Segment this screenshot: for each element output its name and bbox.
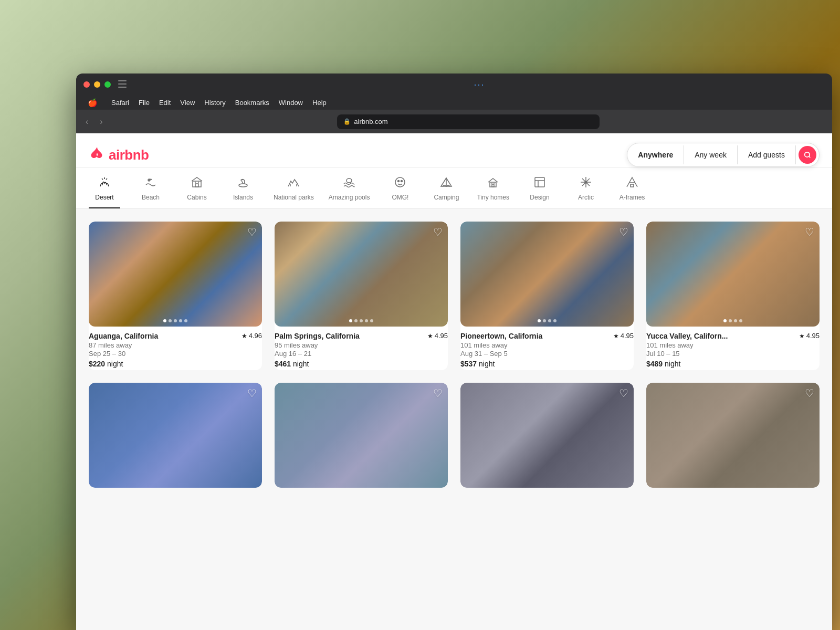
svg-rect-0 [118,80,127,81]
listing-rating: ★ 4.95 [799,332,820,340]
listing-distance: 87 miles away [89,341,262,349]
help-menu[interactable]: Help [308,98,331,108]
listing-card-b3[interactable]: ♡ [460,383,634,488]
favorite-button-yucca[interactable]: ♡ [805,227,814,237]
svg-point-3 [805,152,810,157]
svg-rect-32 [631,184,634,187]
listing-grid: ♡ Aguanga, California ★ 4.96 [76,209,832,500]
category-national-parks[interactable]: National parks [274,176,314,208]
listing-image-b3 [460,383,634,488]
favorite-button-b1[interactable]: ♡ [247,388,257,398]
file-menu[interactable]: File [134,98,154,108]
history-menu[interactable]: History [200,98,229,108]
address-bar: ‹ › 🔒 airbnb.com [76,110,832,133]
anywhere-button[interactable]: Anywhere [627,145,684,164]
forward-button[interactable]: › [97,115,106,129]
listing-card-yucca-valley[interactable]: ♡ Yucca Valley, Californ... ★ 4.95 [646,222,820,370]
category-nav: Desert Beach [76,167,832,209]
dot [163,319,166,322]
svg-line-6 [102,178,103,180]
add-guests-button[interactable]: Add guests [738,145,796,164]
arctic-label: Arctic [578,194,594,201]
category-camping[interactable]: Camping [430,176,462,208]
category-omg[interactable]: OMG! [384,176,416,208]
category-amazing-pools[interactable]: Amazing pools [329,176,370,208]
listing-info-yucca: Yucca Valley, Californ... ★ 4.95 101 mil… [646,327,820,370]
back-button[interactable]: ‹ [82,115,91,129]
svg-rect-2 [118,87,127,88]
listing-image-b2 [275,383,448,488]
airbnb-logo[interactable]: airbnb [89,146,149,163]
maximize-button[interactable] [104,81,111,88]
any-week-button[interactable]: Any week [684,145,738,164]
search-submit-button[interactable] [799,146,816,164]
category-arctic[interactable]: Arctic [570,176,602,208]
url-bar[interactable]: 🔒 airbnb.com [337,114,600,129]
category-cabins[interactable]: Cabins [181,176,213,208]
listing-info-palm-springs: Palm Springs, California ★ 4.95 95 miles… [275,327,448,370]
dot [179,319,182,322]
listing-card-palm-springs[interactable]: ♡ Palm Springs, California ★ 4. [275,222,448,370]
listing-distance: 101 miles away [646,341,820,349]
camping-label: Camping [434,194,459,201]
category-islands[interactable]: Islands [227,176,259,208]
svg-rect-1 [118,83,127,85]
favorite-button-b3[interactable]: ♡ [619,388,628,398]
category-beach[interactable]: Beach [135,176,166,208]
omg-label: OMG! [392,194,408,201]
sidebar-toggle[interactable] [115,78,130,91]
apple-menu[interactable]: 🍎 [83,97,102,109]
amazing-pools-icon [343,176,355,191]
tiny-homes-icon [487,176,499,191]
dot [538,319,541,322]
listing-location: Yucca Valley, Californ... [646,332,728,340]
star-icon: ★ [427,332,433,340]
star-icon: ★ [242,332,247,340]
minimize-button[interactable] [94,81,100,88]
favorite-button-aguanga[interactable]: ♡ [247,227,257,237]
safari-menu[interactable]: Safari [107,98,133,108]
listing-image-b4 [646,383,820,488]
design-icon [533,176,546,191]
listing-price: $537 night [460,360,634,368]
category-a-frames[interactable]: A-frames [616,176,648,208]
svg-point-13 [239,184,247,187]
listing-image-yucca [646,222,820,327]
favorite-button-palm-springs[interactable]: ♡ [433,227,443,237]
omg-icon [394,176,406,191]
desert-icon [98,176,111,191]
airbnb-logo-icon [89,146,106,163]
dot [729,319,732,322]
dot [365,319,368,322]
search-icon [804,151,811,159]
category-design[interactable]: Design [524,176,555,208]
dot [349,319,352,322]
favorite-button-pioneertown[interactable]: ♡ [619,227,628,237]
listing-dates: Aug 16 – 21 [275,350,448,358]
listing-distance: 95 miles away [275,341,448,349]
tiny-homes-label: Tiny homes [477,194,509,201]
edit-menu[interactable]: Edit [155,98,175,108]
window-menu[interactable]: Window [275,98,307,108]
bookmarks-menu[interactable]: Bookmarks [231,98,274,108]
listing-rating: ★ 4.95 [613,332,634,340]
close-button[interactable] [83,81,90,88]
dot [354,319,358,322]
category-tiny-homes[interactable]: Tiny homes [477,176,509,208]
title-bar: ··· [76,74,832,96]
svg-point-17 [401,181,403,182]
dot-indicators [538,319,556,322]
favorite-button-b4[interactable]: ♡ [805,388,814,398]
listing-dates: Sep 25 – 30 [89,350,262,358]
dot [370,319,373,322]
listing-card-b4[interactable]: ♡ [646,383,820,488]
cabins-icon [191,176,203,191]
listing-card-aguanga[interactable]: ♡ Aguanga, California ★ 4.96 [89,222,262,370]
listing-card-b2[interactable]: ♡ [275,383,448,488]
category-desert[interactable]: Desert [89,176,120,208]
listing-card-pioneertown[interactable]: ♡ Pioneertown, California ★ 4.95 [460,222,634,370]
dot [543,319,546,322]
view-menu[interactable]: View [176,98,199,108]
listing-card-b1[interactable]: ♡ [89,383,262,488]
favorite-button-b2[interactable]: ♡ [433,388,443,398]
